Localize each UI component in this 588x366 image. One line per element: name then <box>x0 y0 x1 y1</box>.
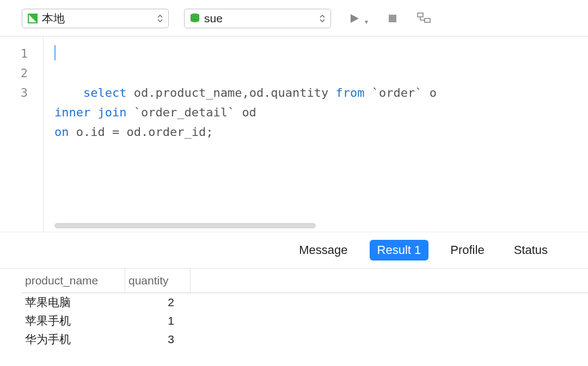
horizontal-scrollbar[interactable] <box>54 223 316 228</box>
svg-rect-5 <box>389 15 396 22</box>
chevron-updown-icon <box>317 15 327 22</box>
database-dropdown[interactable]: sue <box>184 9 331 28</box>
text-cursor <box>54 45 56 60</box>
play-icon <box>346 11 363 26</box>
table-row[interactable]: 华为手机 3 <box>22 330 588 349</box>
table-header: product_name quantity <box>22 269 588 293</box>
run-button[interactable]: ▼ <box>346 11 369 26</box>
dropdown-caret-icon: ▼ <box>364 19 369 25</box>
sql-editor[interactable]: 1 2 3 select od.product_name,od.quantity… <box>0 36 588 232</box>
database-label: sue <box>204 12 317 25</box>
code-area[interactable]: select od.product_name,od.quantity from … <box>44 36 588 232</box>
toolbar: 本地 sue ▼ <box>0 0 588 36</box>
cell: 2 <box>125 296 191 309</box>
chevron-updown-icon <box>155 15 165 22</box>
cell: 苹果电脑 <box>22 295 125 310</box>
svg-marker-0 <box>28 14 37 23</box>
result-grid: product_name quantity 苹果电脑 2 苹果手机 1 华为手机… <box>0 269 588 349</box>
tab-result1[interactable]: Result 1 <box>370 240 429 260</box>
connection-dropdown[interactable]: 本地 <box>22 9 169 28</box>
database-icon <box>189 13 201 24</box>
line-number: 1 <box>0 44 28 64</box>
connection-icon <box>27 13 39 24</box>
explain-button[interactable] <box>416 11 432 26</box>
cell: 苹果手机 <box>22 313 125 328</box>
stop-button[interactable] <box>384 11 401 26</box>
cell: 1 <box>125 314 191 327</box>
svg-rect-6 <box>418 13 423 17</box>
cell: 华为手机 <box>22 332 125 347</box>
tab-message[interactable]: Message <box>291 240 355 260</box>
svg-marker-4 <box>351 14 359 23</box>
tab-status[interactable]: Status <box>506 240 555 260</box>
line-gutter: 1 2 3 <box>0 36 44 232</box>
col-product_name[interactable]: product_name <box>22 269 125 293</box>
table-row[interactable]: 苹果手机 1 <box>22 312 588 330</box>
cell: 3 <box>125 333 191 346</box>
table-row[interactable]: 苹果电脑 2 <box>22 293 588 312</box>
tab-profile[interactable]: Profile <box>443 240 492 260</box>
result-tabs: Message Result 1 Profile Status <box>0 232 588 269</box>
svg-rect-9 <box>425 18 430 22</box>
connection-label: 本地 <box>42 11 155 26</box>
line-number: 2 <box>0 64 28 83</box>
col-quantity[interactable]: quantity <box>125 269 191 293</box>
code-text: select od.product_name,od.quantity from … <box>54 86 437 139</box>
line-number: 3 <box>0 83 28 103</box>
